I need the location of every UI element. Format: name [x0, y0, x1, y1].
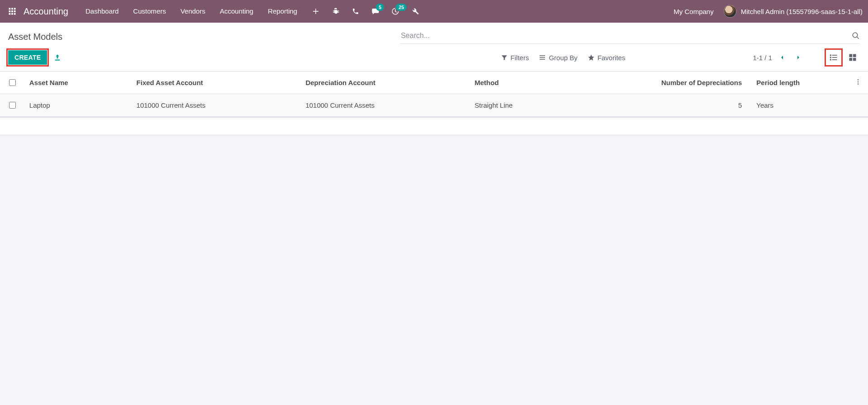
svg-point-13	[830, 59, 831, 60]
favorites-label: Favorites	[598, 54, 626, 62]
messages-badge: 5	[376, 4, 384, 11]
svg-point-21	[857, 83, 859, 85]
search-input[interactable]	[400, 30, 852, 42]
svg-point-9	[830, 54, 831, 56]
col-asset-name[interactable]: Asset Name	[25, 71, 132, 94]
groupby-label: Group By	[549, 54, 577, 62]
phone-icon[interactable]	[350, 5, 361, 17]
pager: 1-1 / 1	[753, 51, 805, 64]
svg-rect-3	[9, 10, 11, 12]
pager-text: 1-1 / 1	[753, 54, 772, 62]
view-switch	[826, 50, 860, 65]
company-switcher[interactable]: My Company	[674, 8, 713, 15]
col-depr-account[interactable]: Depreciation Account	[301, 71, 470, 94]
svg-point-11	[830, 57, 831, 58]
debug-icon[interactable]	[330, 5, 342, 17]
avatar	[724, 5, 736, 18]
svg-rect-14	[832, 59, 837, 60]
cell-period-len: Years	[752, 94, 848, 117]
svg-rect-16	[853, 54, 856, 57]
svg-rect-8	[14, 13, 16, 15]
tools-icon[interactable]	[409, 5, 421, 17]
toolbar-right: Filters Group By Favorites 1-1 / 1	[501, 50, 860, 65]
activities-badge: 25	[396, 4, 407, 11]
favorites-button[interactable]: Favorites	[588, 54, 626, 62]
app-title[interactable]: Accounting	[24, 6, 68, 17]
svg-rect-18	[853, 58, 856, 61]
table-row[interactable]: Laptop 101000 Current Assets 101000 Curr…	[0, 94, 868, 117]
create-button[interactable]: CREATE	[8, 50, 47, 65]
svg-rect-4	[11, 10, 13, 12]
pager-prev[interactable]	[776, 51, 788, 64]
pager-next[interactable]	[792, 51, 805, 64]
list-view-button[interactable]	[826, 50, 841, 65]
control-panel: Asset Models CREATE Filters Group By Fav…	[0, 23, 868, 71]
filters-label: Filters	[511, 54, 529, 62]
groupby-button[interactable]: Group By	[539, 54, 577, 62]
user-menu[interactable]: Mitchell Admin (15557996-saas-15-1-all)	[724, 5, 863, 18]
menu-dashboard[interactable]: Dashboard	[78, 0, 126, 23]
svg-rect-6	[9, 13, 11, 15]
svg-point-19	[857, 79, 859, 81]
cell-method: Straight Line	[470, 94, 639, 117]
svg-rect-0	[9, 8, 11, 10]
user-name: Mitchell Admin (15557996-saas-15-1-all)	[741, 8, 863, 15]
svg-rect-7	[11, 13, 13, 15]
activities-icon[interactable]: 25	[389, 5, 401, 17]
table-header-row: Asset Name Fixed Asset Account Depreciat…	[0, 71, 868, 94]
svg-rect-1	[11, 8, 13, 10]
nav-right: My Company Mitchell Admin (15557996-saas…	[674, 5, 863, 18]
main-menu: Dashboard Customers Vendors Accounting R…	[78, 0, 304, 23]
svg-rect-12	[832, 57, 837, 58]
select-all-checkbox[interactable]	[9, 79, 16, 86]
asset-models-table: Asset Name Fixed Asset Account Depreciat…	[0, 71, 868, 117]
import-icon[interactable]	[53, 53, 62, 62]
list-view: Asset Name Fixed Asset Account Depreciat…	[0, 71, 868, 117]
messages-icon[interactable]: 5	[370, 5, 381, 17]
svg-rect-10	[832, 55, 837, 56]
cell-depr-account: 101000 Current Assets	[301, 94, 470, 117]
search-icon[interactable]	[852, 32, 860, 40]
col-method[interactable]: Method	[470, 71, 639, 94]
menu-customers[interactable]: Customers	[126, 0, 173, 23]
row-checkbox[interactable]	[9, 102, 16, 109]
cell-num-depr: 5	[639, 94, 752, 117]
nav-icon-group: 5 25	[310, 5, 421, 17]
kanban-view-button[interactable]	[845, 50, 860, 65]
menu-accounting[interactable]: Accounting	[213, 0, 261, 23]
cell-asset-name: Laptop	[25, 94, 132, 117]
col-period-len[interactable]: Period length	[752, 71, 848, 94]
col-fixed-account[interactable]: Fixed Asset Account	[132, 71, 301, 94]
svg-rect-15	[849, 54, 853, 57]
col-num-depr[interactable]: Number of Depreciations	[639, 71, 752, 94]
svg-point-20	[857, 81, 859, 83]
breadcrumb: Asset Models	[8, 32, 62, 42]
new-menu-icon[interactable]	[310, 5, 322, 17]
filters-button[interactable]: Filters	[501, 54, 529, 62]
cell-fixed-account: 101000 Current Assets	[132, 94, 301, 117]
table-footer-band	[0, 117, 868, 135]
menu-vendors[interactable]: Vendors	[173, 0, 213, 23]
svg-rect-2	[14, 8, 16, 10]
svg-rect-17	[849, 58, 853, 61]
columns-options-icon[interactable]	[848, 71, 868, 94]
apps-menu-icon[interactable]	[5, 5, 19, 18]
svg-rect-5	[14, 10, 16, 12]
menu-reporting[interactable]: Reporting	[261, 0, 304, 23]
top-navbar: Accounting Dashboard Customers Vendors A…	[0, 0, 868, 23]
search-bar	[400, 30, 860, 44]
